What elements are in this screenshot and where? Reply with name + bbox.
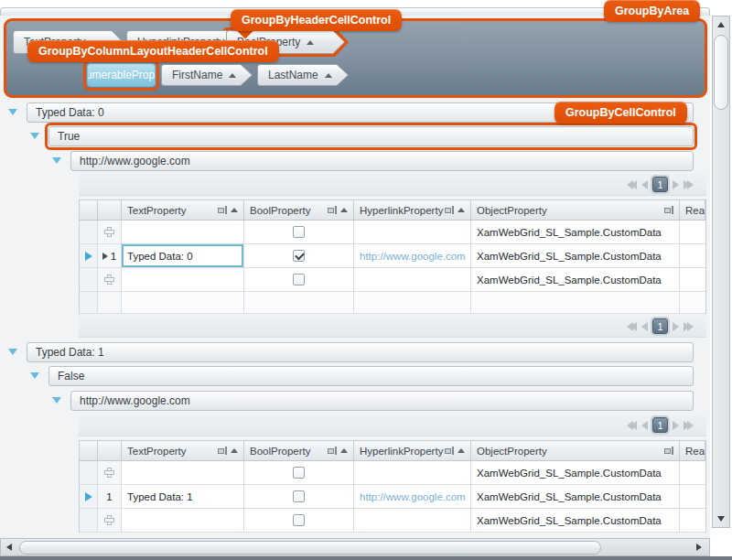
pager-next-button[interactable] (673, 180, 679, 189)
cell-object: XamWebGrid_SL_Sample.CustomData (471, 485, 680, 508)
cell-hyperlink[interactable]: http://www.google.com (354, 244, 471, 267)
data-row[interactable]: 1 Typed Data: 1 http://www.google.com Xa… (80, 485, 705, 509)
cell-text[interactable] (122, 509, 244, 532)
pin-icon[interactable] (218, 206, 227, 214)
cell-text-active[interactable]: Typed Data: 0 (122, 244, 244, 267)
scroll-right-button[interactable] (691, 539, 707, 555)
grid-island-1: TextProperty BoolProperty HyperlinkPrope… (79, 199, 706, 314)
scroll-down-button[interactable] (713, 511, 729, 527)
pin-icon[interactable] (664, 447, 673, 455)
expander-icon[interactable] (30, 372, 39, 379)
add-row-bottom[interactable]: XamWebGrid_SL_Sample.CustomData (80, 509, 705, 533)
grid-island-2: TextProperty BoolProperty HyperlinkPrope… (79, 440, 706, 533)
column-header-objectproperty[interactable]: ObjectProperty (471, 441, 680, 460)
pager-last-button[interactable] (684, 322, 694, 331)
cell-text[interactable] (122, 461, 244, 484)
group-row-level1[interactable]: Typed Data: 1 (27, 342, 694, 362)
row-index: 1 (106, 491, 112, 502)
sort-asc-icon (458, 448, 465, 453)
expander-icon[interactable] (30, 133, 39, 139)
expander-icon[interactable] (8, 349, 17, 355)
add-row-icon[interactable] (104, 515, 114, 525)
pager-last-button[interactable] (684, 180, 694, 189)
horizontal-scrollbar[interactable] (0, 538, 710, 556)
cell-text[interactable] (122, 221, 244, 243)
cell-text[interactable]: Typed Data: 1 (122, 485, 244, 508)
cell-hyperlink[interactable] (354, 221, 471, 243)
pin-icon[interactable] (664, 206, 673, 214)
pager-prev-button[interactable] (641, 180, 648, 189)
column-header-readonly[interactable]: Rea (680, 200, 705, 220)
checkbox-unchecked[interactable] (293, 467, 305, 479)
pin-icon[interactable] (328, 447, 337, 455)
cell-hyperlink[interactable]: http://www.google.com (354, 485, 471, 508)
pager-first-button[interactable] (627, 180, 637, 189)
checkbox-unchecked[interactable] (293, 490, 305, 502)
vertical-scroll-thumb[interactable] (714, 35, 728, 110)
horizontal-scroll-thumb[interactable] (19, 541, 601, 555)
cell-hyperlink[interactable] (354, 509, 471, 532)
pager-next-button[interactable] (673, 421, 679, 430)
cell-text[interactable] (122, 268, 244, 291)
active-row-arrow-icon (85, 252, 92, 261)
checkbox-unchecked[interactable] (293, 226, 305, 238)
expander-icon[interactable] (52, 397, 61, 404)
sort-asc-icon (458, 208, 465, 212)
column-header-textproperty[interactable]: TextProperty (122, 200, 244, 220)
column-header-boolproperty[interactable]: BoolProperty (244, 200, 354, 220)
column-header-hyperlinkproperty[interactable]: HyperlinkProperty (354, 441, 471, 460)
checkbox-unchecked[interactable] (293, 514, 305, 526)
column-header-boolproperty[interactable]: BoolProperty (244, 441, 354, 460)
group-row-label: http://www.google.com (80, 155, 190, 167)
down-arrow-icon (717, 516, 725, 522)
add-row-icon[interactable] (104, 227, 114, 237)
groupby-pill-ienumerableproperty[interactable]: IEnumerableProperty (87, 63, 156, 87)
group-row-level2[interactable]: True (48, 126, 694, 146)
scroll-up-button[interactable] (713, 16, 729, 33)
add-row-icon[interactable] (104, 468, 114, 478)
group-row-label: Typed Data: 1 (36, 346, 104, 359)
column-header-textproperty[interactable]: TextProperty (122, 441, 244, 460)
add-row-top[interactable]: XamWebGrid_SL_Sample.CustomData (80, 461, 705, 485)
add-row-icon[interactable] (104, 275, 114, 285)
pager-first-button[interactable] (627, 322, 637, 331)
add-row-bottom[interactable]: XamWebGrid_SL_Sample.CustomData (80, 268, 705, 292)
cell-hyperlink[interactable] (354, 461, 471, 484)
vertical-scrollbar[interactable] (712, 16, 730, 528)
groupby-pill-lastname[interactable]: LastName (257, 64, 349, 86)
pager-page-button[interactable]: 1 (652, 318, 668, 334)
data-row[interactable]: 1 Typed Data: 0 http://www.google.com Xa… (80, 244, 705, 268)
pager-last-button[interactable] (684, 421, 694, 430)
xamwebgrid-screenshot: TextProperty HyperlinkProperty BoolPrope… (0, 0, 732, 560)
column-header-readonly[interactable]: Rea (680, 441, 705, 460)
window-bottom-edge (0, 556, 732, 560)
add-row-top[interactable]: XamWebGrid_SL_Sample.CustomData (80, 221, 705, 244)
pager-prev-button[interactable] (641, 322, 648, 331)
group-row-level2[interactable]: False (48, 366, 694, 386)
cell-object: XamWebGrid_SL_Sample.CustomData (471, 509, 680, 532)
pager-page-button[interactable]: 1 (652, 177, 668, 192)
left-arrow-icon (6, 544, 12, 551)
column-header-hyperlinkproperty[interactable]: HyperlinkProperty (354, 200, 471, 220)
pin-icon[interactable] (218, 447, 227, 455)
group-row-level3[interactable]: http://www.google.com (70, 391, 694, 411)
pager-prev-button[interactable] (641, 421, 648, 430)
right-arrow-icon (696, 544, 702, 551)
pager-next-button[interactable] (673, 322, 679, 331)
expander-icon[interactable] (8, 109, 17, 115)
expander-icon[interactable] (52, 157, 61, 164)
group-row-level3[interactable]: http://www.google.com (70, 151, 694, 171)
pin-icon[interactable] (445, 206, 454, 214)
sort-asc-icon (325, 73, 332, 78)
group-row-label: True (58, 130, 80, 143)
pager-page-button[interactable]: 1 (652, 417, 668, 433)
pager-first-button[interactable] (627, 421, 637, 430)
pin-icon[interactable] (445, 447, 454, 455)
pin-icon[interactable] (328, 206, 337, 214)
cell-hyperlink[interactable] (354, 268, 471, 291)
checkbox-unchecked[interactable] (293, 274, 305, 285)
scroll-left-button[interactable] (1, 539, 17, 555)
checkbox-checked[interactable] (293, 250, 305, 262)
column-header-objectproperty[interactable]: ObjectProperty (471, 200, 680, 220)
groupby-pill-firstname[interactable]: FirstName (161, 64, 253, 86)
